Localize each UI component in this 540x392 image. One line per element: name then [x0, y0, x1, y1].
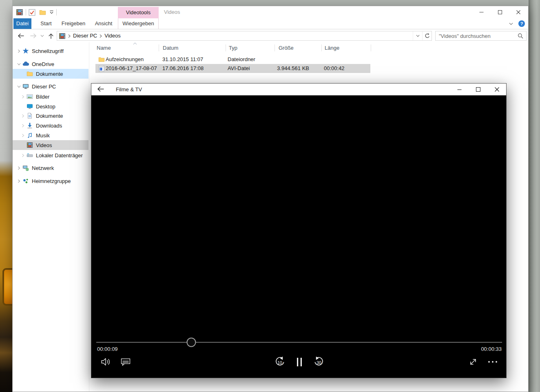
breadcrumb-chevron-icon[interactable]: [68, 34, 71, 38]
chevron-right-icon[interactable]: [20, 134, 26, 137]
sidebar-item-dieser-pc[interactable]: Dieser PC: [13, 81, 89, 91]
window-title: Videos: [164, 6, 180, 18]
address-bar[interactable]: Dieser PC Videos: [57, 31, 432, 41]
sidebar-item-heimnetzgruppe[interactable]: Heimnetzgruppe: [13, 176, 89, 186]
file-row-avi-video[interactable]: 2016-06-17_17-08-07 17.06.2016 17:08 AVI…: [95, 64, 370, 73]
movies-tv-player-window: Filme & TV 00:00:09 00:00:33 10 30: [91, 83, 507, 378]
breadcrumb-videos[interactable]: Videos: [102, 31, 123, 40]
chevron-right-icon[interactable]: [20, 95, 26, 99]
sidebar-item-desktop[interactable]: Desktop: [13, 101, 89, 111]
player-maximize-button[interactable]: [469, 84, 487, 95]
sidebar-item-netzwerk[interactable]: Netzwerk: [13, 163, 89, 173]
recent-locations-caret-icon[interactable]: [39, 29, 45, 42]
refresh-icon[interactable]: [422, 31, 432, 40]
desktop-wallpaper-left: [0, 0, 12, 392]
seek-track[interactable]: [96, 342, 502, 343]
search-icon[interactable]: [518, 33, 523, 39]
breadcrumb-dieser-pc[interactable]: Dieser PC: [71, 31, 99, 40]
chevron-right-icon[interactable]: [20, 154, 26, 157]
volume-button[interactable]: [98, 355, 114, 369]
onedrive-cloud-icon: [22, 61, 29, 67]
column-divider[interactable]: [274, 44, 275, 51]
column-divider[interactable]: [159, 44, 159, 51]
chevron-right-icon[interactable]: [20, 114, 26, 118]
minimize-button[interactable]: [472, 6, 491, 18]
separator: [56, 9, 57, 15]
remaining-time: 00:00:33: [481, 346, 502, 352]
maximize-button[interactable]: [491, 6, 509, 18]
properties-check-icon[interactable]: [29, 9, 35, 16]
more-options-button[interactable]: [485, 355, 501, 369]
sidebar-item-onedrive[interactable]: OneDrive: [13, 59, 89, 69]
pause-button[interactable]: [291, 355, 308, 369]
sidebar-item-bilder[interactable]: Bilder: [13, 92, 89, 101]
column-header-typ[interactable]: Typ: [226, 43, 274, 53]
tab-freigeben[interactable]: Freigeben: [59, 18, 88, 29]
hard-disk-icon: [27, 152, 33, 159]
car-turn-signal: [2, 268, 12, 306]
sidebar-item-downloads[interactable]: Downloads: [13, 121, 89, 130]
tab-wiedergeben[interactable]: Wiedergeben: [118, 18, 159, 29]
pause-icon: [296, 357, 303, 367]
tab-ansicht[interactable]: Ansicht: [91, 18, 116, 29]
chevron-right-icon[interactable]: [20, 124, 26, 128]
chevron-down-icon[interactable]: [16, 63, 22, 66]
close-button[interactable]: [509, 6, 527, 18]
tab-start[interactable]: Start: [34, 18, 58, 29]
column-header-name[interactable]: Name: [95, 43, 159, 53]
separator: [26, 9, 26, 15]
elapsed-time: 00:00:09: [97, 346, 118, 352]
player-titlebar: Filme & TV: [91, 84, 506, 95]
sidebar-item-dokumente[interactable]: Dokumente: [13, 111, 89, 121]
column-divider[interactable]: [371, 44, 371, 51]
column-header-datum[interactable]: Datum: [159, 43, 226, 53]
svg-text:30: 30: [316, 360, 321, 365]
download-icon: [27, 122, 33, 129]
column-header-groesse[interactable]: Größe: [275, 43, 321, 53]
sidebar-item-schnellzugriff[interactable]: Schnellzugriff: [13, 46, 89, 56]
file-row-aufzeichnungen[interactable]: Aufzeichnungen 31.10.2015 11:07 Dateiord…: [95, 55, 370, 64]
chevron-right-icon[interactable]: [16, 179, 22, 183]
sidebar-item-videos[interactable]: Videos: [13, 140, 89, 150]
chevron-right-icon[interactable]: [16, 166, 22, 170]
sidebar-item-lokaler-datentraeger[interactable]: Lokaler Datenträger: [13, 150, 89, 160]
chevron-down-icon[interactable]: [16, 85, 22, 88]
search-input[interactable]: [436, 33, 518, 39]
back-arrow-icon[interactable]: [97, 86, 104, 92]
contextual-tab-videotools[interactable]: Videotools: [118, 7, 159, 18]
network-icon: [22, 165, 29, 171]
back-button[interactable]: [16, 29, 26, 42]
pictures-icon: [27, 93, 33, 100]
forward-button-disabled[interactable]: [28, 29, 38, 42]
avi-file-icon: [98, 65, 105, 72]
player-minimize-button[interactable]: [450, 84, 469, 95]
fullscreen-button[interactable]: [465, 355, 481, 369]
up-button[interactable]: [46, 29, 56, 42]
address-dropdown-caret-icon[interactable]: [413, 31, 422, 40]
column-divider[interactable]: [321, 44, 322, 51]
desktop-icon: [27, 103, 33, 110]
column-header-laenge[interactable]: Länge: [322, 43, 371, 53]
player-close-button[interactable]: [487, 84, 506, 95]
sidebar-item-musik[interactable]: Musik: [13, 130, 89, 140]
help-icon[interactable]: ?: [518, 20, 525, 27]
quick-access-toolbar: [16, 6, 59, 18]
seek-thumb[interactable]: [186, 338, 196, 347]
breadcrumb-chevron-icon[interactable]: [100, 34, 102, 38]
column-divider[interactable]: [226, 44, 226, 51]
video-surface[interactable]: [91, 95, 506, 378]
tab-datei[interactable]: Datei: [13, 18, 31, 29]
expand-ribbon-chevron-icon[interactable]: [509, 22, 513, 25]
subtitles-button[interactable]: [117, 355, 134, 369]
forward-30-icon: 30: [313, 356, 325, 368]
sidebar-divider: [89, 42, 89, 392]
seek-bar[interactable]: [96, 337, 502, 348]
skip-forward-30-button[interactable]: 30: [311, 355, 327, 369]
folder-icon: [27, 70, 33, 77]
film-strip-icon: [27, 142, 33, 148]
chevron-right-icon[interactable]: [16, 49, 22, 53]
skip-back-10-button[interactable]: 10: [272, 355, 288, 369]
sidebar-item-onedrive-dokumente[interactable]: Dokumente: [13, 69, 89, 79]
new-folder-icon[interactable]: [39, 9, 46, 16]
customize-toolbar-caret-icon[interactable]: [49, 10, 54, 14]
